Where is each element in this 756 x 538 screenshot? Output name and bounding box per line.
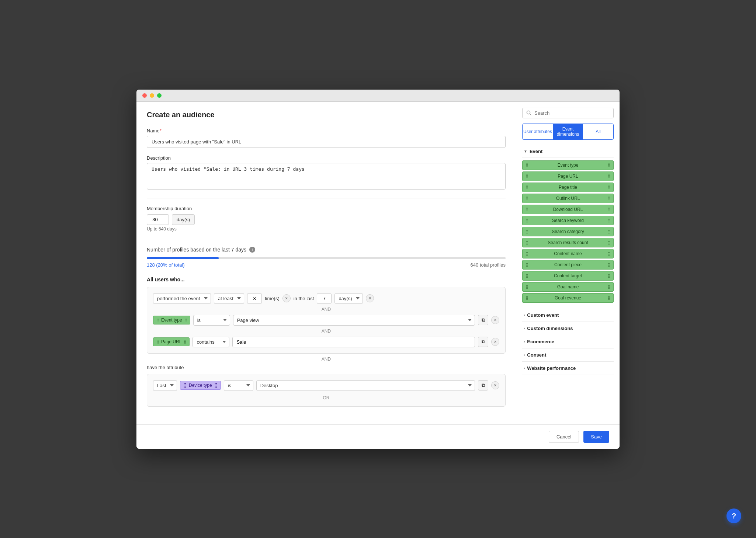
frequency-select[interactable]: at least [214, 293, 244, 304]
grip-left-search-keyword: ⣿ [526, 218, 528, 222]
dim-content-name[interactable]: ⣿ Content name ⣿ [522, 249, 614, 258]
filter1-value-select[interactable]: Page view [233, 315, 475, 326]
traffic-light-yellow[interactable] [150, 93, 154, 98]
dim-search-keyword[interactable]: ⣿ Search keyword ⣿ [522, 216, 614, 225]
grip-left-search-category: ⣿ [526, 229, 528, 233]
membership-input[interactable] [147, 214, 169, 225]
custom-event-section[interactable]: › Custom event [522, 309, 614, 322]
grip-icon-2: ⣿ [156, 340, 159, 344]
dim-page-url[interactable]: ⣿ Page URL ⣿ [522, 171, 614, 181]
filter1-copy-btn[interactable]: ⧉ [478, 315, 488, 325]
filter2-value-input[interactable] [232, 337, 475, 347]
custom-dimensions-section[interactable]: › Custom dimensions [522, 322, 614, 335]
grip-right-event-type: ⣿ [608, 163, 610, 167]
dim-search-category[interactable]: ⣿ Search category ⣿ [522, 227, 614, 236]
divider [147, 198, 506, 198]
dim-goal-revenue[interactable]: ⣿ Goal revenue ⣿ [522, 293, 614, 303]
and-label-2: AND [153, 329, 499, 334]
attribute-title: have the attribute [147, 365, 506, 370]
dim-goal-name[interactable]: ⣿ Goal name ⣿ [522, 282, 614, 292]
traffic-light-red[interactable] [142, 93, 147, 98]
attribute-remove-btn[interactable]: × [491, 381, 499, 389]
audience-title: All users who... [147, 277, 506, 282]
grip-right-page-url: ⣿ [608, 174, 610, 178]
page-url-dim-tag: ⣿ Page URL ⣿ [153, 337, 190, 346]
window-body: Create an audience Name* Description Use… [136, 102, 620, 424]
grip-left-outlink-url: ⣿ [526, 196, 528, 200]
dim-outlink-url[interactable]: ⣿ Outlink URL ⣿ [522, 194, 614, 203]
grip-right-content-piece: ⣿ [608, 263, 610, 267]
name-label: Name* [147, 128, 506, 133]
custom-dimensions-chevron-icon: › [524, 326, 525, 330]
attribute-last-select[interactable]: Last [153, 380, 177, 391]
dim-content-piece[interactable]: ⣿ Content piece ⣿ [522, 260, 614, 270]
grip-right-goal-name: ⣿ [608, 285, 610, 289]
attribute-value-select[interactable]: Desktop [256, 380, 475, 391]
grip-left-goal-name: ⣿ [526, 285, 528, 289]
left-panel: Create an audience Name* Description Use… [136, 102, 516, 424]
profiles-count: 128 (20% of total) [147, 262, 185, 268]
event-chevron-icon: ▼ [524, 149, 527, 153]
traffic-light-green[interactable] [157, 93, 162, 98]
membership-hint: Up to 540 days [147, 226, 506, 232]
divider2 [147, 239, 506, 239]
times-clear-btn[interactable]: × [282, 294, 291, 302]
membership-unit: day(s) [172, 214, 195, 225]
membership-label: Membership duration [147, 206, 506, 211]
consent-section[interactable]: › Consent [522, 348, 614, 362]
attribute-section: have the attribute Last ⣿ Device type ⣿ [147, 365, 506, 407]
description-input[interactable]: Users who visited "Sale: in URL 3 times … [147, 163, 506, 190]
footer-buttons: Cancel Save [136, 424, 620, 449]
app-window: Create an audience Name* Description Use… [136, 90, 620, 449]
attribute-operator-select[interactable]: is [224, 380, 253, 391]
dim-search-results-count[interactable]: ⣿ Search results count ⣿ [522, 238, 614, 247]
grip-right-content-name: ⣿ [608, 251, 610, 256]
search-input[interactable] [534, 110, 610, 116]
tab-user-attributes[interactable]: User attributes [523, 124, 553, 139]
dim-page-title[interactable]: ⣿ Page title ⣿ [522, 183, 614, 192]
website-performance-section[interactable]: › Website performance [522, 362, 614, 375]
grip-left-download-url: ⣿ [526, 207, 528, 211]
outer-and-label: AND [147, 357, 506, 362]
website-performance-chevron-icon: › [524, 366, 525, 370]
tab-all[interactable]: All [583, 124, 613, 139]
grip-icon-2b: ⣿ [184, 340, 186, 344]
period-clear-btn[interactable]: × [366, 294, 374, 302]
dim-content-target[interactable]: ⣿ Content target ⣿ [522, 271, 614, 281]
attribute-copy-btn[interactable]: ⧉ [478, 380, 488, 391]
panel-title: Create an audience [147, 111, 506, 119]
search-box [522, 108, 614, 118]
membership-row: day(s) [147, 214, 506, 225]
grip-right-outlink-url: ⣿ [608, 196, 610, 200]
name-input[interactable] [147, 136, 506, 148]
event-action-select[interactable]: performed the event [153, 293, 211, 304]
ecommerce-section[interactable]: › Ecommerce [522, 335, 614, 348]
search-icon [526, 110, 531, 115]
filter1-remove-btn[interactable]: × [491, 316, 499, 324]
grip-left-content-piece: ⣿ [526, 263, 528, 267]
save-button[interactable]: Save [583, 431, 609, 443]
grip-icon-1b: ⣿ [184, 318, 187, 322]
in-the-last-label: in the last [294, 296, 314, 301]
times-input[interactable] [247, 293, 262, 304]
cancel-button[interactable]: Cancel [549, 431, 579, 443]
grip-left-search-results-count: ⣿ [526, 240, 528, 244]
tab-event-dimensions[interactable]: Event dimensions [553, 124, 583, 139]
filter1-operator-select[interactable]: is [193, 315, 230, 326]
grip-left-event-type: ⣿ [526, 163, 528, 167]
grip-left-page-title: ⣿ [526, 185, 528, 189]
filter2-copy-btn[interactable]: ⧉ [478, 337, 488, 347]
period-input[interactable] [317, 293, 332, 304]
right-panel: User attributes Event dimensions All ▼ E… [516, 102, 620, 424]
audience-section: All users who... performed the event at … [147, 277, 506, 407]
period-unit-select[interactable]: day(s) [334, 293, 363, 304]
filter2-operator-select[interactable]: contains [193, 337, 229, 347]
filter2-row: ⣿ Page URL ⣿ contains ⧉ × [153, 337, 499, 347]
dim-download-url[interactable]: ⣿ Download URL ⣿ [522, 205, 614, 214]
progress-bar-fill [147, 257, 219, 259]
info-icon[interactable]: i [249, 247, 255, 253]
filter2-remove-btn[interactable]: × [491, 338, 499, 346]
dim-event-type[interactable]: ⣿ Event type ⣿ [522, 160, 614, 170]
event-accordion-header[interactable]: ▼ Event [522, 146, 614, 157]
custom-event-chevron-icon: › [524, 313, 525, 317]
